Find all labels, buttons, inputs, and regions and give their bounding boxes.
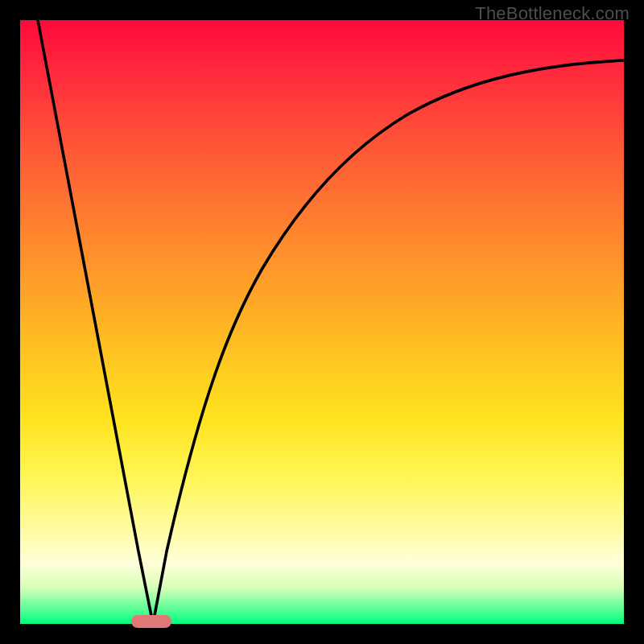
optimum-marker xyxy=(131,615,171,628)
curve-left-branch xyxy=(38,20,153,624)
chart-plot-area xyxy=(20,20,624,624)
curve-right-branch xyxy=(153,60,624,624)
watermark-text: TheBottleneck.com xyxy=(475,3,630,24)
bottleneck-curve xyxy=(20,20,624,624)
